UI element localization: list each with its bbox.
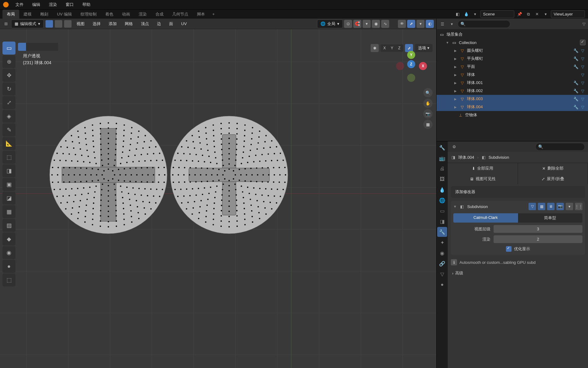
gizmo-toggle-button[interactable]: ⬈ — [407, 20, 415, 28]
modifier-icon[interactable]: 🔧 — [573, 88, 579, 94]
mirror-z-toggle[interactable]: Z — [396, 45, 403, 51]
properties-search-input[interactable] — [535, 143, 585, 151]
prop-tab-particles[interactable]: ✦ — [437, 237, 447, 247]
menu-window[interactable]: 窗口 — [62, 1, 77, 9]
proportional-edit-button[interactable]: ◉ — [372, 20, 380, 28]
snap-options-button[interactable]: ▾ — [363, 20, 371, 28]
transform-orientation-dropdown[interactable]: 🌐 全局 ▾ — [317, 20, 343, 28]
pin-icon[interactable]: 📌 — [516, 11, 523, 18]
properties-options-icon[interactable]: ⚙ — [451, 143, 458, 150]
measure-tool[interactable]: 📐 — [2, 137, 15, 150]
viewport-menu-mesh[interactable]: 网格 — [122, 20, 136, 28]
smooth-tool[interactable]: ● — [2, 260, 15, 273]
scene-name-input[interactable] — [480, 10, 514, 18]
data-icon[interactable]: ▽ — [580, 64, 586, 69]
workspace-tab-texturepaint[interactable]: 纹理绘制 — [76, 10, 101, 19]
viewport-3d[interactable]: 用户透视 (231) 球体.004 ▭ ⊕ ✥ ↻ ⤢ ◈ ✎ 📐 ⬚ ◨ ▣ … — [0, 29, 436, 368]
add-modifier-dropdown[interactable]: 添加修改器 — [451, 186, 585, 198]
modifier-cage-toggle[interactable]: ▦ — [538, 203, 545, 210]
viewport-menu-add[interactable]: 添加 — [106, 20, 120, 28]
menu-help[interactable]: 帮助 — [79, 1, 94, 9]
proportional-falloff-button[interactable]: ∿ — [381, 20, 389, 28]
scale-tool[interactable]: ⤢ — [2, 96, 15, 109]
editor-type-icon[interactable]: ⊞ — [2, 20, 9, 27]
advanced-section-toggle[interactable]: › 高级 — [448, 268, 588, 278]
spin-tool[interactable]: ◉ — [2, 246, 15, 259]
copy-scene-icon[interactable]: ⧉ — [525, 11, 532, 18]
gizmo-neg-z[interactable] — [407, 74, 415, 82]
snap-button[interactable]: 🧲 — [353, 20, 361, 28]
prop-tab-material[interactable]: ● — [437, 280, 447, 290]
tree-scene-collection[interactable]: ▭ 场景集合 — [437, 30, 588, 38]
prop-tab-collection[interactable]: ▭ — [437, 206, 447, 216]
scene-browse-icon[interactable]: ▾ — [472, 11, 478, 18]
xray-toggle-button[interactable]: ◐ — [426, 20, 434, 28]
modifier-icon[interactable]: 🔧 — [573, 104, 579, 110]
move-tool[interactable]: ✥ — [2, 69, 15, 82]
shrinkfatten-tool[interactable]: ⬚ — [2, 273, 15, 286]
select-invert-button[interactable] — [42, 43, 50, 51]
workspace-tab-animation[interactable]: 动画 — [118, 10, 134, 19]
modifier-extras-dropdown[interactable]: ▾ — [566, 203, 573, 210]
tree-item-7[interactable]: ▶ ▽ 球体.004 🔧 ▽ — [437, 103, 588, 111]
viewport-menu-uv[interactable]: UV — [178, 20, 190, 27]
breadcrumb-object[interactable]: 球体.004 — [458, 155, 474, 160]
modifier-icon[interactable]: 🔧 — [573, 48, 579, 53]
data-icon[interactable]: ▽ — [580, 56, 586, 61]
collection-visibility-checkbox[interactable] — [580, 40, 586, 45]
viewport-menu-view[interactable]: 视图 — [73, 20, 88, 28]
prop-tab-world[interactable]: 🌐 — [437, 195, 447, 205]
viewport-levels-input[interactable]: 3 — [494, 225, 582, 233]
prop-tab-physics[interactable]: ◉ — [437, 248, 447, 258]
select-box-button[interactable] — [18, 43, 26, 51]
knife-tool[interactable]: ▨ — [2, 219, 15, 232]
viewport-menu-select[interactable]: 选择 — [89, 20, 104, 28]
expand-icon[interactable]: ▶ — [453, 81, 458, 85]
menu-render[interactable]: 渲染 — [45, 1, 61, 9]
data-icon[interactable]: ▽ — [580, 80, 586, 86]
modifier-icon[interactable]: 🔧 — [573, 80, 579, 86]
workspace-add-button[interactable]: + — [209, 11, 218, 18]
data-icon[interactable]: ▽ — [580, 96, 586, 102]
tree-item-8[interactable]: ⊥ 空物体 — [437, 111, 588, 119]
tree-item-4[interactable]: ▶ ▽ 球体.001 🔧 ▽ — [437, 79, 588, 87]
vertex-select-button[interactable] — [46, 20, 53, 28]
viewport-menu-edge[interactable]: 边 — [154, 20, 164, 28]
select-subtract-button[interactable] — [34, 43, 42, 51]
select-extend-button[interactable] — [26, 43, 34, 51]
workspace-tab-scripting[interactable]: 脚本 — [193, 10, 209, 19]
modifier-drag-handle[interactable]: ⋮⋮ — [575, 203, 582, 210]
outliner-display-icon[interactable]: ▾ — [448, 20, 455, 27]
modifier-icon[interactable]: 🔧 — [573, 96, 579, 102]
gizmo-y-axis[interactable]: Y — [407, 51, 415, 59]
outliner-search-input[interactable] — [458, 20, 510, 28]
prop-tab-object[interactable]: ◨ — [437, 216, 447, 226]
expand-icon[interactable]: ▶ — [453, 105, 458, 109]
viewport-gizmo[interactable]: Y Z X — [396, 51, 427, 82]
mesh-collapse-icon[interactable]: ✱ — [371, 44, 379, 52]
data-icon[interactable]: ▽ — [580, 72, 586, 78]
data-icon[interactable]: ▽ — [580, 48, 586, 53]
gizmo-x-axis[interactable]: X — [419, 62, 427, 70]
workspace-tab-geonodes[interactable]: 几何节点 — [168, 10, 193, 19]
prop-tab-output[interactable]: 🖨 — [437, 164, 447, 174]
workspace-tab-shading[interactable]: 着色 — [101, 10, 118, 19]
data-icon[interactable]: ▽ — [580, 88, 586, 94]
viewport-menu-face[interactable]: 面 — [166, 20, 176, 28]
select-intersect-button[interactable] — [50, 43, 58, 51]
mode-dropdown[interactable]: ▦ 编辑模式 ▾ — [11, 20, 44, 28]
delete-scene-icon[interactable]: ✕ — [534, 11, 540, 18]
loopcut-tool[interactable]: ▦ — [2, 205, 15, 218]
menu-file[interactable]: 文件 — [12, 1, 27, 9]
menu-edit[interactable]: 编辑 — [28, 1, 44, 9]
viewlayer-browse-icon[interactable]: ▾ — [542, 11, 549, 18]
prop-tab-tool[interactable]: 🔧 — [437, 143, 447, 153]
expand-icon[interactable]: ▶ — [453, 89, 458, 93]
overlay-button[interactable]: ▾ — [416, 20, 425, 28]
outliner-filter-icon[interactable]: ▽ — [582, 22, 586, 26]
tree-item-1[interactable]: ▶ ▽ 平头螺钉 🔧 ▽ — [437, 55, 588, 63]
modifier-icon[interactable]: 🔧 — [573, 64, 579, 69]
back-to-previous-icon[interactable]: ◧ — [454, 11, 461, 18]
apply-all-button[interactable]: ⬇ 全部应用 — [448, 163, 518, 174]
bevel-tool[interactable]: ◪ — [2, 192, 15, 205]
